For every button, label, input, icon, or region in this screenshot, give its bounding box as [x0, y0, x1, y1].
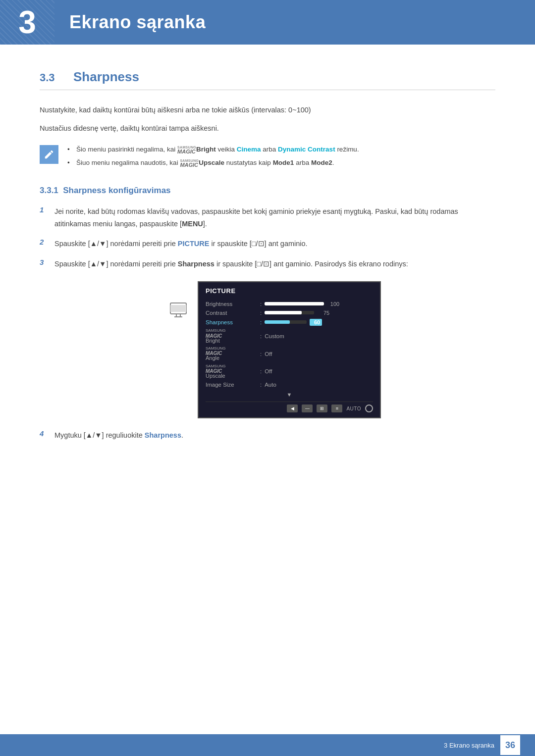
btn-menu: ≡: [331, 404, 342, 412]
note-item-1: Šio meniu pasirinkti negalima, kai SAMSU…: [67, 144, 359, 155]
monitor-item-contrast: Contrast : 75: [206, 308, 373, 317]
chapter-number: 3: [0, 0, 54, 45]
contrast-fill: [265, 311, 302, 314]
contrast-bar-container: 75: [265, 310, 329, 316]
sharpness-bar: [265, 320, 307, 324]
footer-chapter-label: 3 Ekrano sąranka: [444, 742, 494, 749]
step-number-4: 4: [40, 429, 54, 438]
step-text-4: Mygtuku [▲/▼] reguliuokite Sharpness.: [54, 429, 495, 442]
sharpness-fill: [265, 320, 290, 324]
monitor-label-sharpness: Sharpness: [206, 319, 260, 325]
step-number-2: 2: [40, 238, 54, 246]
monitor-item-magic-upscale: SAMSUNG MAGIC Upscale : Off: [206, 363, 373, 381]
monitor-title: PICTURE: [206, 287, 373, 295]
step-number-1: 1: [40, 205, 54, 214]
magic-bright-value: Custom: [265, 333, 284, 339]
contrast-value: 75: [317, 310, 329, 316]
section-heading: 3.3 Sharpness: [40, 69, 495, 90]
btn-power: [365, 404, 373, 412]
monitor-screen: PICTURE Brightness : 100 Contrast :: [198, 281, 381, 419]
monitor-label-magic-upscale: SAMSUNG MAGIC Upscale: [206, 364, 260, 379]
magic-angle-value: Off: [265, 351, 272, 357]
scroll-arrow: ▼: [206, 392, 373, 398]
step-3: 3 Spauskite [▲/▼] norėdami pereiti prie …: [40, 258, 495, 270]
subsection-number: 3.3.1: [40, 186, 63, 195]
magic-brand-2: SAMSUNG MAGIC: [180, 159, 199, 168]
monitor-item-brightness: Brightness : 100: [206, 300, 373, 308]
chapter-number-text: 3: [18, 4, 36, 41]
step-text-1: Jei norite, kad būtų rodomas klavišų vad…: [54, 205, 495, 230]
monitor-bottom-bar: ◀ — ⊞ ≡ AUTO: [206, 402, 373, 412]
section-number: 3.3: [40, 71, 64, 84]
monitor-label-magic-angle: SAMSUNG MAGIC Angle: [206, 347, 260, 361]
subsection-heading: 3.3.1 Sharpness konfigūravimas: [40, 186, 495, 196]
step-number-3: 3: [40, 258, 54, 266]
magic-brand-1: SAMSUNG MAGIC: [177, 146, 196, 154]
main-content: 3.3 Sharpness Nustatykite, kad daiktų ko…: [0, 45, 535, 489]
footer-page-number: 36: [500, 735, 520, 755]
monitor-icon: [169, 301, 188, 319]
subsection-title: Sharpness konfigūravimas: [63, 186, 170, 195]
contrast-bar: [265, 311, 314, 314]
step-2: 2 Spauskite [▲/▼] norėdami pereiti prie …: [40, 238, 495, 250]
magic-upscale-value: Off: [265, 368, 272, 374]
page-header: 3 Ekrano sąranka: [0, 0, 535, 45]
step-1: 1 Jei norite, kad būtų rodomas klavišų v…: [40, 205, 495, 230]
monitor-label-magic-bright: SAMSUNG MAGIC Bright: [206, 329, 260, 344]
monitor-item-magic-bright: SAMSUNG MAGIC Bright : Custom: [206, 327, 373, 345]
btn-enter: ⊞: [317, 404, 327, 412]
description2: Nustačius didesnę vertę, daiktų kontūrai…: [40, 122, 495, 135]
page-footer: 3 Ekrano sąranka 36: [0, 734, 535, 756]
step-text-2: Spauskite [▲/▼] norėdami pereiti prie PI…: [54, 238, 495, 250]
note-item-2: Šiuo meniu negalima naudotis, kai SAMSUN…: [67, 157, 359, 169]
monitor-label-brightness: Brightness: [206, 301, 260, 307]
monitor-svg-icon: [169, 301, 187, 319]
monitor-screenshot-container: PICTURE Brightness : 100 Contrast :: [54, 281, 495, 419]
description1: Nustatykite, kad daiktų kontūrai būtų ai…: [40, 104, 495, 116]
monitor-item-magic-angle: SAMSUNG MAGIC Angle : Off: [206, 345, 373, 363]
brightness-bar-container: 100: [265, 301, 339, 307]
monitor-label-image-size: Image Size: [206, 382, 260, 388]
sharpness-value: 60: [310, 319, 322, 326]
image-size-value: Auto: [265, 382, 276, 388]
monitor-label-contrast: Contrast: [206, 310, 260, 316]
monitor-item-sharpness: Sharpness : 60: [206, 317, 373, 327]
monitor-item-image-size: Image Size : Auto: [206, 380, 373, 389]
step-text-3: Spauskite [▲/▼] norėdami pereiti prie Sh…: [54, 258, 495, 270]
brightness-fill: [265, 302, 324, 305]
chapter-title: Ekrano sąranka: [54, 12, 206, 33]
brightness-value: 100: [327, 301, 339, 307]
step-4: 4 Mygtuku [▲/▼] reguliuokite Sharpness.: [40, 429, 495, 442]
btn-left: ◀: [287, 404, 298, 412]
note-box: Šio meniu pasirinkti negalima, kai SAMSU…: [40, 144, 495, 171]
btn-auto-label: AUTO: [346, 406, 361, 411]
pencil-icon: [44, 149, 54, 160]
btn-down: —: [302, 404, 313, 412]
svg-rect-1: [170, 305, 186, 312]
section-title: Sharpness: [73, 69, 139, 85]
note-list: Šio meniu pasirinkti negalima, kai SAMSU…: [67, 144, 359, 171]
sharpness-bar-container: 60: [265, 319, 322, 326]
note-icon: [40, 145, 58, 164]
brightness-bar: [265, 302, 324, 305]
